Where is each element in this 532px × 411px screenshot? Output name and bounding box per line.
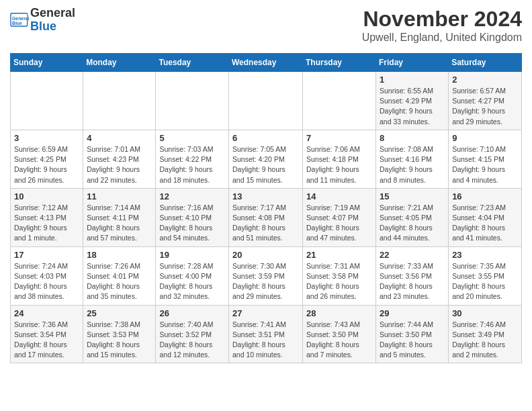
day-cell: 8Sunrise: 7:08 AM Sunset: 4:16 PM Daylig… xyxy=(376,130,449,188)
day-info: Sunrise: 7:06 AM Sunset: 4:18 PM Dayligh… xyxy=(306,144,372,185)
calendar-header: SundayMondayTuesdayWednesdayThursdayFrid… xyxy=(11,54,522,72)
day-cell: 21Sunrise: 7:31 AM Sunset: 3:58 PM Dayli… xyxy=(303,246,376,305)
day-cell: 14Sunrise: 7:19 AM Sunset: 4:07 PM Dayli… xyxy=(303,188,376,246)
day-cell: 13Sunrise: 7:17 AM Sunset: 4:08 PM Dayli… xyxy=(229,188,303,246)
day-cell: 25Sunrise: 7:38 AM Sunset: 3:53 PM Dayli… xyxy=(83,305,156,363)
day-info: Sunrise: 7:24 AM Sunset: 4:03 PM Dayligh… xyxy=(14,261,79,302)
day-info: Sunrise: 7:03 AM Sunset: 4:22 PM Dayligh… xyxy=(159,144,225,185)
week-row-1: 3Sunrise: 6:59 AM Sunset: 4:25 PM Daylig… xyxy=(11,130,522,188)
day-info: Sunrise: 7:21 AM Sunset: 4:05 PM Dayligh… xyxy=(380,203,445,244)
day-number: 14 xyxy=(306,191,372,201)
day-cell: 3Sunrise: 6:59 AM Sunset: 4:25 PM Daylig… xyxy=(11,130,83,188)
day-info: Sunrise: 7:31 AM Sunset: 3:58 PM Dayligh… xyxy=(306,261,372,302)
day-number: 20 xyxy=(232,250,299,260)
day-number: 27 xyxy=(232,308,299,318)
day-cell: 7Sunrise: 7:06 AM Sunset: 4:18 PM Daylig… xyxy=(303,130,376,188)
day-cell: 19Sunrise: 7:28 AM Sunset: 4:00 PM Dayli… xyxy=(156,246,229,305)
day-number: 6 xyxy=(232,133,299,143)
day-info: Sunrise: 7:41 AM Sunset: 3:51 PM Dayligh… xyxy=(232,320,299,361)
day-cell: 23Sunrise: 7:35 AM Sunset: 3:55 PM Dayli… xyxy=(449,246,522,305)
day-cell: 17Sunrise: 7:24 AM Sunset: 4:03 PM Dayli… xyxy=(11,246,83,305)
day-number: 26 xyxy=(159,308,225,318)
day-info: Sunrise: 7:10 AM Sunset: 4:15 PM Dayligh… xyxy=(452,144,518,185)
day-info: Sunrise: 6:57 AM Sunset: 4:27 PM Dayligh… xyxy=(452,86,518,127)
day-number: 24 xyxy=(14,308,79,318)
day-info: Sunrise: 6:55 AM Sunset: 4:29 PM Dayligh… xyxy=(380,86,445,127)
header-saturday: Saturday xyxy=(449,54,522,72)
header-sunday: Sunday xyxy=(11,54,83,72)
day-cell: 30Sunrise: 7:46 AM Sunset: 3:49 PM Dayli… xyxy=(449,305,522,363)
day-cell: 18Sunrise: 7:26 AM Sunset: 4:01 PM Dayli… xyxy=(83,246,156,305)
day-number: 7 xyxy=(306,133,372,143)
month-title: November 2024 xyxy=(362,7,522,32)
day-number: 15 xyxy=(380,191,445,201)
day-cell xyxy=(156,72,229,130)
day-cell xyxy=(11,72,83,130)
day-info: Sunrise: 7:01 AM Sunset: 4:23 PM Dayligh… xyxy=(87,144,152,185)
day-cell: 27Sunrise: 7:41 AM Sunset: 3:51 PM Dayli… xyxy=(229,305,303,363)
day-number: 16 xyxy=(452,191,518,201)
day-cell: 5Sunrise: 7:03 AM Sunset: 4:22 PM Daylig… xyxy=(156,130,229,188)
day-cell: 28Sunrise: 7:43 AM Sunset: 3:50 PM Dayli… xyxy=(303,305,376,363)
day-info: Sunrise: 7:17 AM Sunset: 4:08 PM Dayligh… xyxy=(232,203,299,244)
week-row-4: 24Sunrise: 7:36 AM Sunset: 3:54 PM Dayli… xyxy=(11,305,522,363)
day-number: 23 xyxy=(452,250,518,260)
day-number: 28 xyxy=(306,308,372,318)
day-info: Sunrise: 7:43 AM Sunset: 3:50 PM Dayligh… xyxy=(306,320,372,361)
calendar-table: SundayMondayTuesdayWednesdayThursdayFrid… xyxy=(10,53,522,363)
day-number: 17 xyxy=(14,250,79,260)
header-tuesday: Tuesday xyxy=(156,54,229,72)
day-number: 1 xyxy=(380,75,445,85)
day-info: Sunrise: 7:44 AM Sunset: 3:50 PM Dayligh… xyxy=(380,320,445,361)
logo-icon: General Blue xyxy=(10,13,29,28)
day-info: Sunrise: 7:19 AM Sunset: 4:07 PM Dayligh… xyxy=(306,203,372,244)
day-info: Sunrise: 7:36 AM Sunset: 3:54 PM Dayligh… xyxy=(14,320,79,361)
day-number: 25 xyxy=(87,308,152,318)
day-cell: 20Sunrise: 7:30 AM Sunset: 3:59 PM Dayli… xyxy=(229,246,303,305)
day-cell: 24Sunrise: 7:36 AM Sunset: 3:54 PM Dayli… xyxy=(11,305,83,363)
day-cell xyxy=(229,72,303,130)
day-number: 19 xyxy=(159,250,225,260)
day-info: Sunrise: 7:40 AM Sunset: 3:52 PM Dayligh… xyxy=(159,320,225,361)
day-number: 12 xyxy=(159,191,225,201)
header-monday: Monday xyxy=(83,54,156,72)
day-cell: 4Sunrise: 7:01 AM Sunset: 4:23 PM Daylig… xyxy=(83,130,156,188)
day-number: 10 xyxy=(14,191,79,201)
day-cell: 29Sunrise: 7:44 AM Sunset: 3:50 PM Dayli… xyxy=(376,305,449,363)
logo-blue: Blue xyxy=(30,20,75,34)
day-info: Sunrise: 7:30 AM Sunset: 3:59 PM Dayligh… xyxy=(232,261,299,302)
day-cell: 10Sunrise: 7:12 AM Sunset: 4:13 PM Dayli… xyxy=(11,188,83,246)
day-info: Sunrise: 7:23 AM Sunset: 4:04 PM Dayligh… xyxy=(452,203,518,244)
day-number: 5 xyxy=(159,133,225,143)
day-number: 18 xyxy=(87,250,152,260)
day-number: 4 xyxy=(87,133,152,143)
day-cell: 22Sunrise: 7:33 AM Sunset: 3:56 PM Dayli… xyxy=(376,246,449,305)
svg-text:Blue: Blue xyxy=(12,21,22,26)
day-number: 8 xyxy=(380,133,445,143)
day-cell: 16Sunrise: 7:23 AM Sunset: 4:04 PM Dayli… xyxy=(449,188,522,246)
week-row-2: 10Sunrise: 7:12 AM Sunset: 4:13 PM Dayli… xyxy=(11,188,522,246)
day-number: 22 xyxy=(380,250,445,260)
header-thursday: Thursday xyxy=(303,54,376,72)
day-info: Sunrise: 7:38 AM Sunset: 3:53 PM Dayligh… xyxy=(87,320,152,361)
day-info: Sunrise: 7:14 AM Sunset: 4:11 PM Dayligh… xyxy=(87,203,152,244)
day-info: Sunrise: 7:26 AM Sunset: 4:01 PM Dayligh… xyxy=(87,261,152,302)
day-number: 29 xyxy=(380,308,445,318)
day-info: Sunrise: 7:46 AM Sunset: 3:49 PM Dayligh… xyxy=(452,320,518,361)
title-section: November 2024 Upwell, England, United Ki… xyxy=(362,7,522,44)
day-cell: 12Sunrise: 7:16 AM Sunset: 4:10 PM Dayli… xyxy=(156,188,229,246)
day-cell: 6Sunrise: 7:05 AM Sunset: 4:20 PM Daylig… xyxy=(229,130,303,188)
day-info: Sunrise: 7:08 AM Sunset: 4:16 PM Dayligh… xyxy=(380,144,445,185)
day-cell: 11Sunrise: 7:14 AM Sunset: 4:11 PM Dayli… xyxy=(83,188,156,246)
day-info: Sunrise: 7:12 AM Sunset: 4:13 PM Dayligh… xyxy=(14,203,79,244)
day-number: 21 xyxy=(306,250,372,260)
day-number: 2 xyxy=(452,75,518,85)
location: Upwell, England, United Kingdom xyxy=(362,32,522,44)
day-cell: 2Sunrise: 6:57 AM Sunset: 4:27 PM Daylig… xyxy=(449,72,522,130)
week-row-0: 1Sunrise: 6:55 AM Sunset: 4:29 PM Daylig… xyxy=(11,72,522,130)
day-number: 11 xyxy=(87,191,152,201)
day-info: Sunrise: 7:28 AM Sunset: 4:00 PM Dayligh… xyxy=(159,261,225,302)
day-number: 30 xyxy=(452,308,518,318)
header-friday: Friday xyxy=(376,54,449,72)
day-info: Sunrise: 7:05 AM Sunset: 4:20 PM Dayligh… xyxy=(232,144,299,185)
